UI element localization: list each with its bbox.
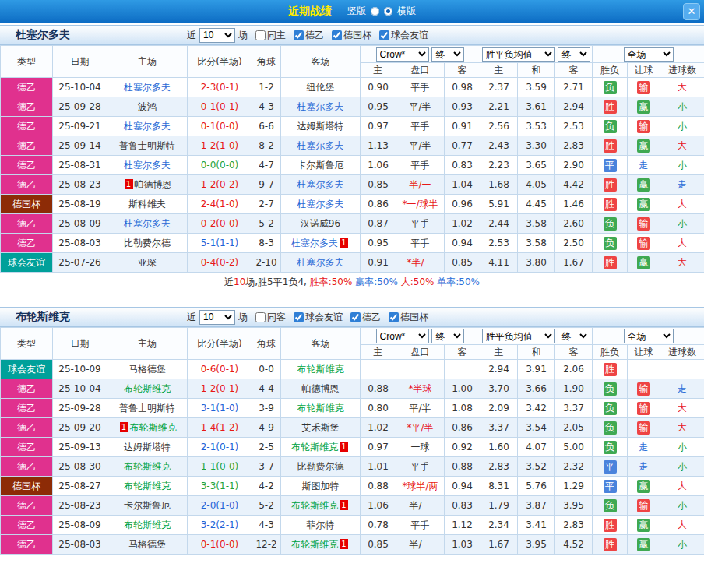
match-date: 25-09-28 — [53, 399, 107, 418]
match-date: 25-08-03 — [53, 535, 107, 555]
avg-stage-select[interactable]: 终 — [558, 47, 590, 62]
competition-badge: 德乙 — [1, 175, 53, 195]
away-team-name[interactable]: 菲尔特 — [307, 519, 335, 530]
score-cell: 2-4(1-0) — [188, 195, 252, 214]
close-icon[interactable]: ✕ — [683, 3, 700, 20]
home-team-name[interactable]: 布轮斯维克 — [124, 461, 171, 472]
away-team-name[interactable]: 纽伦堡 — [307, 82, 335, 93]
competition-checkbox[interactable] — [389, 312, 399, 322]
scope-select[interactable]: 全场 — [624, 47, 674, 62]
away-team-name[interactable]: 杜塞尔多夫 — [297, 140, 344, 151]
result-wdl-badge: 负 — [604, 120, 617, 133]
away-team-name[interactable]: 杜塞尔多夫 — [297, 101, 344, 112]
home-team-name[interactable]: 马格德堡 — [128, 364, 166, 375]
competition-filter[interactable]: 球会友谊 — [289, 311, 343, 324]
home-team-name[interactable]: 波鸿 — [138, 101, 157, 112]
same-venue-checkbox[interactable] — [255, 312, 266, 322]
away-team-name[interactable]: 布轮斯维克 — [291, 539, 338, 550]
away-team-name[interactable]: 帕德博恩 — [302, 383, 340, 394]
team-header-bar: 杜塞尔多夫 近 10 场 同主 德乙德国杯球会友谊 — [0, 25, 704, 45]
match-row: 德国杯 25-08-19 斯科维夫 2-4(1-0) 2-7 杜塞尔多夫 0.8… — [1, 195, 704, 214]
away-water-odds: 0.96 — [445, 195, 480, 214]
home-team-name[interactable]: 普鲁士明斯特 — [119, 403, 175, 414]
home-team-name[interactable]: 比勒费尔德 — [124, 238, 171, 248]
home-team-name[interactable]: 达姆斯塔特 — [124, 442, 171, 452]
home-team-name[interactable]: 杜塞尔多夫 — [124, 218, 171, 229]
competition-checkbox[interactable] — [350, 312, 361, 322]
away-team-name[interactable]: 达姆斯塔特 — [297, 121, 344, 132]
home-team-name[interactable]: 杜塞尔多夫 — [124, 121, 171, 132]
horizontal-layout-radio[interactable] — [384, 7, 392, 16]
recent-count-select[interactable]: 10 — [199, 310, 235, 325]
away-team-name[interactable]: 比勒费尔德 — [297, 461, 344, 472]
away-team-name[interactable]: 艾禾斯堡 — [302, 422, 340, 433]
same-venue-checkbox[interactable] — [255, 30, 266, 40]
match-row: 德乙 25-09-28 普鲁士明斯特 3-1(1-0) 3-9 布轮斯维克 0.… — [1, 399, 704, 418]
away-team-name[interactable]: 杜塞尔多夫 — [297, 179, 344, 190]
scope-select[interactable]: 全场 — [624, 329, 674, 343]
away-team-name[interactable]: 布轮斯维克 — [297, 403, 344, 414]
home-team-name[interactable]: 普鲁士明斯特 — [119, 140, 175, 151]
home-team-name[interactable]: 布轮斯维克 — [124, 519, 171, 530]
competition-filter[interactable]: 德乙 — [346, 311, 381, 324]
col-home: 主场 — [107, 46, 188, 78]
home-water-odds: 1.06 — [361, 156, 396, 175]
home-team-name[interactable]: 卡尔斯鲁厄 — [124, 500, 171, 511]
away-team-name[interactable]: 布轮斯维克 — [291, 442, 338, 452]
match-row: 德乙 25-09-20 1布轮斯维克 1-4(1-2) 4-9 艾禾斯堡 1.0… — [1, 418, 704, 438]
home-team-name[interactable]: 杜塞尔多夫 — [124, 160, 171, 171]
competition-checkbox[interactable] — [294, 30, 304, 40]
away-water-odds: 0.93 — [445, 97, 480, 117]
away-team-name[interactable]: 卡尔斯鲁厄 — [297, 160, 344, 171]
home-team-name[interactable]: 马格德堡 — [128, 539, 166, 550]
competition-filter[interactable]: 德国杯 — [384, 311, 428, 324]
avg-stage-select[interactable]: 终 — [558, 329, 590, 343]
home-team-name[interactable]: 杜塞尔多夫 — [124, 82, 171, 93]
home-team-name[interactable]: 斯科维夫 — [128, 199, 166, 209]
odds-source-select[interactable]: Crow* — [376, 329, 429, 343]
home-water-odds: 1.01 — [361, 457, 396, 477]
sub-column-header: 和 — [518, 345, 555, 360]
away-team-name[interactable]: 斯图加特 — [302, 481, 340, 491]
handicap-line: 一球 — [396, 438, 445, 457]
odds-source-select[interactable]: Crow* — [376, 47, 429, 62]
match-row: 德乙 25-10-04 布轮斯维克 1-2(0-1) 4-4 帕德博恩 0.88… — [1, 379, 704, 399]
avg-away-odds: 2.53 — [555, 117, 593, 136]
competition-filter[interactable]: 德乙 — [289, 29, 324, 42]
away-team-name[interactable]: 汉诺威96 — [301, 218, 340, 229]
competition-badge: 球会友谊 — [1, 360, 53, 379]
competition-filter[interactable]: 球会友谊 — [375, 29, 428, 42]
vertical-layout-radio[interactable] — [371, 7, 379, 16]
handicap-line: 半/一 — [396, 535, 445, 555]
avg-source-select[interactable]: 胜平负均值 — [482, 47, 555, 62]
odds-stage-select[interactable]: 终 — [431, 329, 464, 343]
result-goals-text: 大 — [678, 199, 687, 209]
home-team-name[interactable]: 布轮斯维克 — [124, 481, 171, 491]
home-team-name[interactable]: 布轮斯维克 — [124, 383, 171, 394]
result-handicap-badge: 赢 — [637, 178, 650, 192]
away-team-name[interactable]: 杜塞尔多夫 — [297, 257, 344, 268]
result-wdl-cell: 负 — [593, 214, 628, 234]
away-team-name[interactable]: 杜塞尔多夫 — [297, 199, 344, 209]
competition-checkbox[interactable] — [332, 30, 342, 40]
competition-checkbox[interactable] — [379, 30, 389, 40]
result-wdl-badge: 胜 — [604, 519, 617, 532]
competition-checkbox[interactable] — [294, 312, 304, 322]
home-team-name[interactable]: 布轮斯维克 — [130, 422, 177, 433]
home-team-name[interactable]: 帕德博恩 — [135, 179, 172, 190]
away-team-name[interactable]: 杜塞尔多夫 — [291, 238, 338, 248]
result-handicap-cell: 输 — [628, 379, 660, 399]
same-venue-filter[interactable]: 同主 — [251, 29, 286, 42]
avg-source-select[interactable]: 胜平负均值 — [482, 329, 555, 343]
home-team-name[interactable]: 亚琛 — [138, 257, 157, 268]
competition-filter[interactable]: 德国杯 — [327, 29, 371, 42]
recent-count-select[interactable]: 10 — [199, 28, 235, 43]
competition-badge: 德乙 — [1, 496, 53, 516]
odds-stage-select[interactable]: 终 — [431, 47, 464, 62]
handicap-line: 平手 — [396, 234, 445, 253]
away-team-cell: 纽伦堡 — [281, 78, 361, 97]
away-team-name[interactable]: 布轮斯维克 — [291, 500, 338, 511]
away-team-name[interactable]: 布轮斯维克 — [297, 364, 344, 375]
handicap-line: 平手 — [396, 214, 445, 234]
same-venue-filter[interactable]: 同客 — [251, 311, 286, 324]
